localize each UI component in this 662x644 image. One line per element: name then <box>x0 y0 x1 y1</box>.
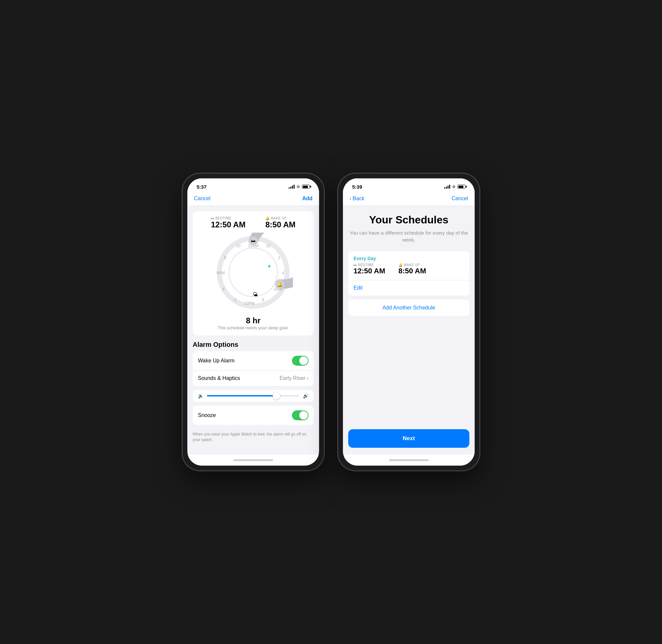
home-indicator-left[interactable] <box>187 454 319 466</box>
svg-text:4: 4 <box>223 287 225 292</box>
volume-high-icon: 🔊 <box>303 393 309 398</box>
schedule-wakeup-col: 🔔 WAKE UP 8:50 AM <box>398 263 426 275</box>
signal-icon-right <box>444 185 450 189</box>
svg-text:8: 8 <box>262 298 265 302</box>
svg-text:✦: ✦ <box>267 263 272 270</box>
add-button[interactable]: Add <box>302 196 313 202</box>
clock-container: 12AM 2 4 6AM 8 12PM 2 4 6PM 8 10 10 <box>198 233 309 312</box>
status-bar-left: 5:37 ⊜ <box>187 178 319 193</box>
schedule-times: 🛏 BEDTIME 12:50 AM 🔔 WAKE UP 8:50 AM <box>353 263 464 275</box>
status-icons-left: ⊜ <box>289 184 310 189</box>
next-button[interactable]: Next <box>348 429 470 448</box>
sleep-hours: 8 hr <box>198 316 309 325</box>
sounds-haptics-label: Sounds & Haptics <box>198 375 240 381</box>
wake-up-alarm-row[interactable]: Wake Up Alarm <box>192 351 314 371</box>
schedule-bedtime-col: 🛏 BEDTIME 12:50 AM <box>353 263 385 275</box>
cancel-button[interactable]: Cancel <box>194 196 210 202</box>
sleep-card: 🛏 BEDTIME 12:50 AM 🔔 WAKE UP 8:50 AM <box>192 211 314 336</box>
wake-up-alarm-label: Wake Up Alarm <box>198 358 235 364</box>
svg-text:12PM: 12PM <box>244 301 254 306</box>
sleep-times-header: 🛏 BEDTIME 12:50 AM 🔔 WAKE UP 8:50 AM <box>198 216 309 229</box>
alarm-settings-group: Wake Up Alarm Sounds & Haptics Early Ris… <box>192 351 314 386</box>
svg-text:2: 2 <box>278 255 280 260</box>
wake-up-alarm-toggle[interactable] <box>292 356 309 366</box>
home-indicator-right[interactable] <box>343 454 475 466</box>
sounds-haptics-row[interactable]: Sounds & Haptics Early Riser › <box>192 371 314 386</box>
nav-bar-right: ‹ Back Cancel <box>343 193 475 206</box>
battery-icon <box>302 185 310 189</box>
snooze-row[interactable]: Snooze <box>192 406 314 425</box>
add-schedule-button[interactable]: Add Another Schedule <box>348 299 470 316</box>
status-time-left: 5:37 <box>197 184 207 190</box>
svg-text:10: 10 <box>236 244 241 248</box>
schedules-subtitle: You can have a different schedule for ev… <box>348 229 470 243</box>
content-left: 🛏 BEDTIME 12:50 AM 🔔 WAKE UP 8:50 AM <box>187 206 319 454</box>
schedules-title: Your Schedules <box>348 214 470 226</box>
schedule-bedtime-label: 🛏 BEDTIME <box>353 263 385 267</box>
wakeup-value: 8:50 AM <box>266 220 296 229</box>
battery-icon-right <box>457 185 465 189</box>
schedules-content: Your Schedules You can have a different … <box>343 206 475 454</box>
svg-text:4: 4 <box>282 271 284 275</box>
cancel-button-right[interactable]: Cancel <box>452 196 468 202</box>
chevron-left-icon: ‹ <box>349 196 351 202</box>
volume-slider[interactable] <box>207 395 300 396</box>
svg-text:🌤: 🌤 <box>253 292 258 297</box>
status-time-right: 5:39 <box>352 184 362 190</box>
volume-row: 🔈 🔊 <box>192 390 314 402</box>
snooze-toggle[interactable] <box>292 410 309 420</box>
phone-left: 5:37 ⊜ Cancel Add <box>182 173 324 471</box>
alarm-options-title: Alarm Options <box>187 336 319 351</box>
bedtime-value: 12:50 AM <box>211 220 245 229</box>
status-bar-right: 5:39 ⊜ <box>343 178 475 193</box>
svg-point-3 <box>229 249 277 296</box>
schedule-day: Every Day <box>353 256 464 261</box>
status-icons-right: ⊜ <box>444 184 465 189</box>
wakeup-label: 🔔 WAKE UP <box>266 216 296 220</box>
back-button[interactable]: ‹ Back <box>349 196 364 202</box>
alarm-footnote: When you wear your Apple Watch to bed, t… <box>187 429 319 448</box>
wifi-icon: ⊜ <box>297 184 300 189</box>
signal-icon <box>289 185 295 189</box>
schedule-wakeup-time: 8:50 AM <box>398 267 426 275</box>
wakeup-header: 🔔 WAKE UP 8:50 AM <box>266 216 296 229</box>
nav-bar-left: Cancel Add <box>187 193 319 206</box>
bedtime-header: 🛏 BEDTIME 12:50 AM <box>211 216 245 229</box>
screen-right: 5:39 ⊜ ‹ Back <box>343 178 475 466</box>
sounds-haptics-value: Early Riser › <box>279 375 309 381</box>
edit-schedule-button[interactable]: Edit <box>348 280 470 296</box>
sleep-goal: This schedule meets your sleep goal. <box>198 325 309 330</box>
screen-left: 5:37 ⊜ Cancel Add <box>187 178 319 466</box>
schedule-card-inner: Every Day 🛏 BEDTIME 12:50 AM 🔔 <box>348 251 470 280</box>
schedule-bedtime-time: 12:50 AM <box>353 267 385 275</box>
snooze-label: Snooze <box>198 412 216 418</box>
bedtime-label: 🛏 BEDTIME <box>211 216 245 220</box>
wifi-icon-right: ⊜ <box>452 184 455 189</box>
svg-text:🔔: 🔔 <box>277 282 283 287</box>
svg-text:6PM: 6PM <box>217 271 225 275</box>
svg-text:10: 10 <box>266 244 270 248</box>
volume-low-icon: 🔈 <box>198 393 204 398</box>
schedule-wakeup-label: 🔔 WAKE UP <box>398 263 426 267</box>
sleep-stats: 8 hr This schedule meets your sleep goal… <box>198 316 309 330</box>
svg-text:🛏: 🛏 <box>251 238 255 244</box>
svg-text:2: 2 <box>234 298 237 302</box>
snooze-settings-group: Snooze <box>192 406 314 425</box>
svg-text:8: 8 <box>224 255 226 260</box>
sleep-clock[interactable]: 12AM 2 4 6AM 8 12PM 2 4 6PM 8 10 10 <box>213 233 293 312</box>
phone-right: 5:39 ⊜ ‹ Back <box>338 173 480 471</box>
schedule-card: Every Day 🛏 BEDTIME 12:50 AM 🔔 <box>348 251 470 296</box>
